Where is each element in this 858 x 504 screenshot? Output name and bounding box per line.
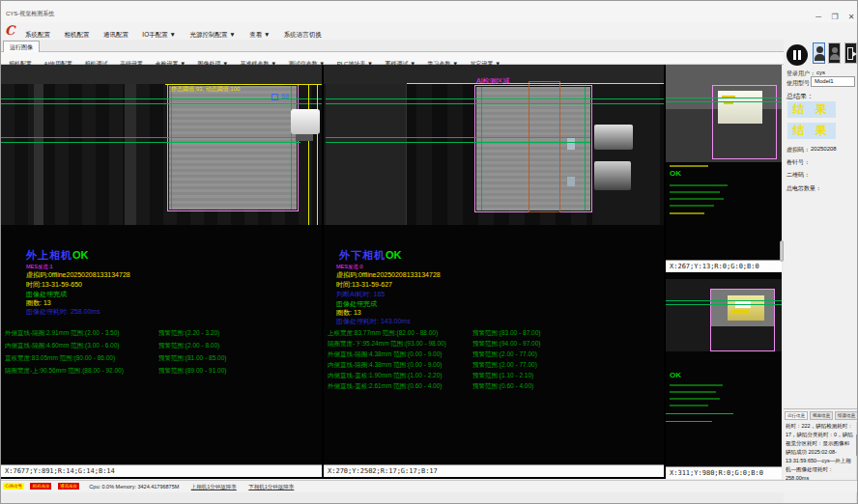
status-bar: 心跳信号 相机连接 通讯连接 Cpu: 0.0% Memory: 3424.41… [1,480,858,492]
view1-coords-bar: X:7677;Y:891;R:14;G:14;B:14 [1,464,322,477]
warn-range: 预警范围:(2.00 - 8.00) [158,342,219,350]
measure-row: 内侧直线-直板:1.90mm 范围:(1.00 - 2.20) [328,372,442,380]
sidebar: 登录用户： cys 使用型号： Model1 总结果： 结 果 结 果 虚拟码：… [784,40,858,504]
model-combo[interactable]: Model1 [811,76,855,87]
needle-label: 卷针号： [786,158,810,167]
pause-button[interactable] [786,44,808,66]
region-box [272,94,278,100]
roi-rect-orange [529,81,560,212]
threshold-annotation: 静态阈值:93, 动态阈值:100 [171,85,240,94]
login-user-value: cys [816,70,825,75]
warn-range: 预警范围:(1.10 - 2.10) [472,372,533,380]
comm-connect-badge: 通讯连接 [58,483,79,490]
heartbeat-status-badge: 心跳信号 [3,483,24,490]
ai-elapsed: 判断AI耗时: 165 [336,290,385,299]
window-title: CYS-视觉检测系统 [6,10,54,18]
tab-run-info[interactable]: 运行信息 [785,411,808,420]
menu-bar: C 系统配置 相机配置 通讯配置 IO手配置 ▼ 光源控制配置 ▼ 查看 ▼ 系… [1,22,858,40]
thumb-view-lower: OK X:311;Y:980;R:0;G:0;B:0 [666,274,782,479]
thumb-view-upper: OK X:267;Y:13;R:0;G:0;B:0 [666,65,782,272]
view1-image [1,65,322,84]
total-result-label: 总结果： [786,92,814,101]
camera-connect-badge: 相机连接 [30,483,51,490]
connector-part [291,109,320,134]
process-elapsed: 图像处理耗时: 258.00ms [26,307,100,317]
main-canvas: 静态阈值:93, 动态阈值:100 68 外上相机OK MES发送:1 虚拟码:… [1,65,782,479]
exit-button[interactable] [844,42,857,64]
person-dark-icon [832,47,838,53]
warn-range: 预警范围:(89.00 - 91.00) [158,367,226,376]
warn-range: 预警范围:(81.00 - 85.00) [158,354,226,363]
vcode-value: 20250208 [811,146,837,152]
measure-row: 上板宽度:83.77mm 范围:(82.00 - 88.00) [328,329,438,338]
thumb1-result: OK [670,169,681,178]
toolbar: 相机配置 AI使用配置 相机调试 高级设置 点检设置 ▼ 图像处理 ▼ 基准线参… [1,52,858,65]
measure-row: 直板宽度:83.05mm 范围:(80.00 - 86.00) [5,354,115,363]
measure-row: 隔圈宽度-上:90.56mm 范围:(88.00 - 92.00) [5,367,124,376]
tab-vision-info[interactable]: 视觉信息 [810,411,833,420]
title-bar: CYS-视觉检测系统 ─ ❐ ✕ [1,1,858,22]
tab-strip: 运行图像 [1,40,858,52]
view1-title: 外上相机OK [26,248,89,263]
switch-user-button[interactable] [828,42,841,64]
measure-row: 外侧直线-隔圈:4.38mm 范围:(0.00 - 9.00) [328,350,442,359]
warn-range: 预警范围:(2.20 - 3.20) [158,329,219,338]
lower-camera-fault-link[interactable]: 下相机1分钟故障率 [248,484,294,490]
mes-status: MES发送:0 [336,264,363,270]
view2-coords-bar: X:270;Y:2502;R:17;G:17;B:17 [324,464,664,477]
result-box-1: 结 果 [787,101,836,118]
camera-view-lower: AI检测区域 外下相机OK MES发送:0 虚拟码:0ffline2025020… [324,65,664,477]
total-cells-label: 总电芯数量： [786,184,821,193]
app-logo-icon: C [5,23,14,38]
process-elapsed: 图像处理耗时: 143.00ms [336,317,411,326]
measure-row: 隔圈宽度-下:95.24mm 范围:(93.00 - 98.00) [328,340,446,349]
capture-time: 时间:13-31-59-627 [336,280,392,290]
thumb1-coords-bar: X:267;Y:13;R:0;G:0;B:0 [666,260,782,272]
camera-view-upper: 静态阈值:93, 动态阈值:100 68 外上相机OK MES发送:1 虚拟码:… [1,65,322,477]
view2-title: 外下相机OK [339,248,402,263]
virtual-code: 虚拟码:0ffline20250208133134728 [336,270,441,280]
upper-camera-fault-link[interactable]: 上相机1分钟故障率 [191,484,237,490]
view1-result: OK [72,249,89,261]
measure-row: 内侧直线-隔圈:4.60mm 范围:(3.00 - 6.00) [5,342,119,350]
warn-range: 预警范围:(2.00 - 77.00) [472,361,537,370]
warn-range: 预警范围:(94.00 - 97.00) [472,340,540,349]
warn-range: 预警范围:(83.00 - 87.00) [472,329,540,338]
warn-range: 预警范围:(2.00 - 77.00) [472,350,537,359]
thumb2-result: OK [670,371,681,379]
warn-range: 预警范围:(0.60 - 4.00) [472,382,533,391]
tab-run-image[interactable]: 运行图像 [3,41,40,52]
mes-status: MES发送:1 [26,264,53,270]
virtual-code: 虚拟码:0ffline20250208133134728 [26,270,130,280]
login-user-button[interactable] [813,42,825,64]
region-id-label: 68 [281,93,289,99]
measure-row: 外侧直线-隔圈:2.91mm 范围:(2.00 - 3.50) [5,329,119,338]
tab-error-info[interactable]: 错误信息 [835,411,858,420]
capture-time: 时间:13-31-59-650 [26,280,82,290]
metal-part [594,125,633,150]
metal-part [594,161,631,190]
ai-region-label: AI检测区域 [476,76,510,86]
vcode-label: 虚拟码： [786,146,810,154]
measure-row: 外侧直线-直板:2.61mm 范围:(0.60 - 4.00) [328,382,442,391]
view2-result: OK [386,249,402,261]
result-box-2: 结 果 [787,123,836,139]
user-icon [816,46,823,53]
qrcode-label: 二维码： [786,171,810,180]
thumb2-coords-bar: X:311;Y:980;R:0;G:0;B:0 [666,466,782,479]
measure-row: 内侧直线-隔圈:4.38mm 范围:(0.00 - 9.00) [328,361,442,370]
app-window: CYS-视觉检测系统 ─ ❐ ✕ C 系统配置 相机配置 通讯配置 IO手配置 … [0,0,858,504]
cpu-memory-text: Cpu: 0.0% Memory: 3424.41796875M [89,484,179,490]
